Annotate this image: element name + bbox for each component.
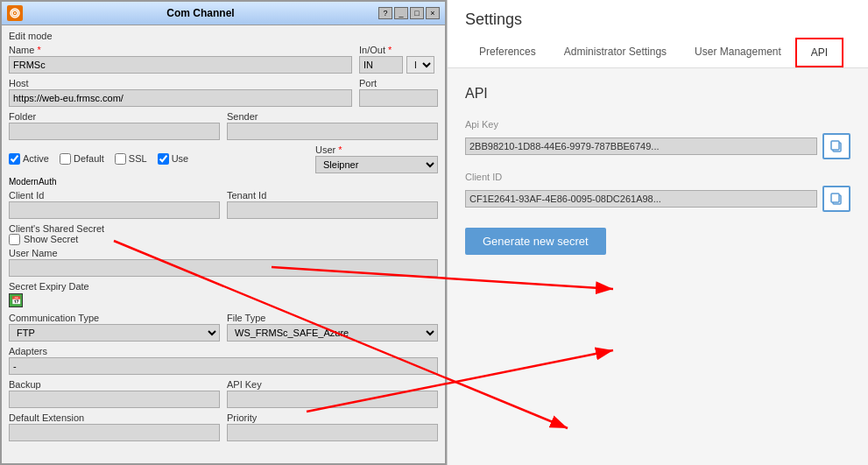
ssl-checkbox[interactable] bbox=[115, 153, 126, 165]
api-key-field: Api Key bbox=[465, 119, 850, 159]
adapters-label: Adapters bbox=[9, 346, 438, 356]
show-secret-row: Show Secret bbox=[9, 234, 438, 245]
dialog-minimize-btn[interactable]: _ bbox=[394, 7, 408, 19]
clientid-col: Client Id bbox=[9, 190, 220, 219]
show-secret-checkbox[interactable] bbox=[9, 234, 20, 245]
tab-preferences[interactable]: Preferences bbox=[465, 38, 550, 67]
api-section-title: API bbox=[465, 86, 850, 102]
dialog-icon bbox=[7, 5, 23, 21]
username-label: User Name bbox=[9, 248, 438, 258]
active-checkbox[interactable] bbox=[9, 153, 20, 165]
com-channel-dialog: Com Channel ? _ □ × Edit mode Name * bbox=[0, 0, 447, 465]
default-checkbox[interactable] bbox=[60, 153, 71, 165]
dialog-body: Edit mode Name * In/Out * INOUT bbox=[2, 25, 445, 463]
priority-label: Priority bbox=[227, 412, 438, 423]
port-label: Port bbox=[359, 78, 438, 88]
use-check: Use bbox=[158, 153, 189, 165]
generate-secret-btn[interactable]: Generate new secret bbox=[465, 228, 606, 255]
use-label: Use bbox=[172, 153, 189, 164]
settings-panel: Settings Preferences Administrator Setti… bbox=[447, 0, 868, 465]
inout-select[interactable]: INOUT bbox=[406, 56, 434, 74]
sender-input[interactable] bbox=[227, 123, 438, 140]
tab-admin-settings[interactable]: Administrator Settings bbox=[550, 38, 681, 67]
api-key-field-label: Api Key bbox=[465, 119, 850, 130]
dialog-close-btn[interactable]: × bbox=[426, 7, 440, 19]
dialog-title: Com Channel bbox=[23, 7, 378, 19]
ssl-label: SSL bbox=[129, 153, 147, 164]
priority-input[interactable] bbox=[227, 424, 438, 441]
host-port-row: Host Port bbox=[9, 78, 438, 107]
backup-input[interactable] bbox=[9, 391, 220, 408]
dialog-controls: ? _ □ × bbox=[378, 7, 440, 19]
name-col: Name * bbox=[9, 45, 352, 74]
settings-tabs: Preferences Administrator Settings User … bbox=[465, 38, 850, 67]
client-id-field-label: Client ID bbox=[465, 172, 850, 182]
dialog-restore-btn[interactable]: □ bbox=[410, 7, 424, 19]
folder-input[interactable] bbox=[9, 123, 220, 140]
default-label: Default bbox=[74, 153, 104, 164]
shared-secret-label: Client's Shared Secret bbox=[9, 223, 104, 234]
defaultext-input[interactable] bbox=[9, 424, 220, 441]
secret-expiry-section: Secret Expiry Date 📅 bbox=[9, 281, 438, 307]
secret-expiry-label: Secret Expiry Date bbox=[9, 281, 89, 292]
username-input[interactable] bbox=[9, 259, 438, 277]
edit-mode-label: Edit mode bbox=[9, 31, 438, 41]
apikey-input[interactable] bbox=[227, 391, 438, 408]
inout-input[interactable] bbox=[359, 56, 403, 74]
folder-col: Folder bbox=[9, 111, 220, 140]
tenantid-col: Tenant Id bbox=[227, 190, 438, 219]
commtype-select[interactable]: FTPSFTPHTTP bbox=[9, 324, 220, 342]
clientid-tenantid-row: Client Id Tenant Id bbox=[9, 190, 438, 219]
date-picker-icon[interactable]: 📅 bbox=[9, 293, 23, 307]
default-check: Default bbox=[60, 153, 104, 165]
port-input[interactable] bbox=[359, 89, 438, 107]
filetype-label: File Type bbox=[227, 313, 438, 323]
name-label: Name * bbox=[9, 45, 352, 55]
active-label: Active bbox=[23, 153, 49, 164]
sender-col: Sender bbox=[227, 111, 438, 140]
svg-point-2 bbox=[14, 12, 16, 14]
client-id-field-input[interactable] bbox=[465, 190, 817, 208]
sender-label: Sender bbox=[227, 111, 438, 122]
username-col: User Name bbox=[9, 248, 438, 277]
username-row: User Name bbox=[9, 248, 438, 277]
client-id-copy-btn[interactable] bbox=[822, 186, 850, 212]
active-check: Active bbox=[9, 153, 49, 165]
use-checkbox[interactable] bbox=[158, 153, 169, 165]
host-label: Host bbox=[9, 78, 352, 88]
defaultext-priority-row: Default Extension Priority bbox=[9, 412, 438, 441]
tab-api[interactable]: API bbox=[795, 38, 843, 67]
folder-label: Folder bbox=[9, 111, 220, 122]
tab-user-management[interactable]: User Management bbox=[681, 38, 795, 67]
copy-icon bbox=[829, 139, 843, 153]
api-key-copy-btn[interactable] bbox=[822, 133, 850, 159]
commtype-label: Communication Type bbox=[9, 313, 220, 323]
modernauth-label: ModernAuth bbox=[9, 177, 438, 187]
clientid-input[interactable] bbox=[9, 201, 220, 219]
apikey-col: API Key bbox=[227, 379, 438, 408]
shared-secret-section: Client's Shared Secret Show Secret bbox=[9, 223, 438, 245]
name-input[interactable] bbox=[9, 56, 352, 74]
host-input[interactable] bbox=[9, 89, 352, 107]
name-inout-row: Name * In/Out * INOUT bbox=[9, 45, 438, 74]
api-key-field-input[interactable] bbox=[465, 137, 817, 155]
adapters-row: Adapters bbox=[9, 346, 438, 375]
tenantid-label: Tenant Id bbox=[227, 190, 438, 201]
settings-title: Settings bbox=[465, 11, 850, 29]
filetype-select[interactable]: WS_FRMSc_SAFE_Azure bbox=[227, 324, 438, 342]
tenantid-input[interactable] bbox=[227, 201, 438, 219]
apikey-label: API Key bbox=[227, 379, 438, 390]
commtype-col: Communication Type FTPSFTPHTTP bbox=[9, 313, 220, 342]
checkbox-row: Active Default SSL Use bbox=[9, 144, 438, 173]
settings-header: Settings Preferences Administrator Setti… bbox=[448, 0, 868, 68]
user-select[interactable]: Sleipner bbox=[315, 156, 438, 173]
adapters-input[interactable] bbox=[9, 357, 438, 375]
host-col: Host bbox=[9, 78, 352, 107]
adapters-col: Adapters bbox=[9, 346, 438, 375]
inout-label: In/Out * bbox=[359, 45, 438, 55]
folder-sender-row: Folder Sender bbox=[9, 111, 438, 140]
svg-rect-4 bbox=[831, 141, 839, 150]
settings-content: API Api Key bbox=[448, 68, 868, 465]
dialog-help-btn[interactable]: ? bbox=[378, 7, 392, 19]
defaultext-label: Default Extension bbox=[9, 412, 220, 423]
